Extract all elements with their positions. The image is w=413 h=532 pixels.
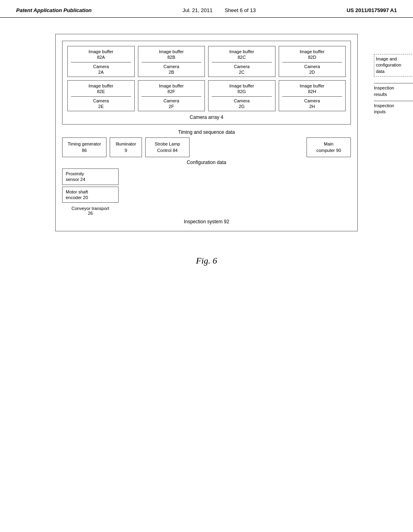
inspection-results-label: Inspectionresults — [374, 83, 413, 99]
proximity-sensor-box: Proximitysensor 24 — [62, 168, 119, 185]
buffer-label-82h: Image buffer82H — [282, 83, 342, 95]
camera-unit-82g: Image buffer82G Camera2G — [208, 80, 275, 111]
system-label: Inspection system 92 — [62, 219, 351, 224]
inspection-inputs-label: Inspectioninputs — [374, 101, 413, 117]
camera-label-2e: Camera2E — [71, 96, 131, 110]
spacer — [193, 137, 303, 157]
right-side-labels: Image andconfigurationdata Inspectionres… — [374, 54, 413, 117]
buffer-label-82e: Image buffer82E — [71, 83, 131, 95]
camera-label-2f: Camera2F — [142, 96, 202, 110]
camera-unit-82e: Image buffer82E Camera2E — [67, 80, 135, 111]
page-content: Image buffer82A Camera2A Image buffer82B… — [0, 18, 413, 278]
camera-unit-82f: Image buffer82F Camera2F — [138, 80, 205, 111]
camera-array-box: Image buffer82A Camera2A Image buffer82B… — [62, 41, 351, 125]
buffer-label-82c: Image buffer82C — [212, 49, 272, 60]
camera-unit-82d: Image buffer82D Camera2D — [279, 46, 346, 77]
camera-label-2a: Camera2A — [71, 62, 131, 75]
img-config-label: Image andconfigurationdata — [374, 54, 413, 77]
camera-unit-82h: Image buffer82H Camera2H — [279, 80, 346, 111]
diagram-container: Image buffer82A Camera2A Image buffer82B… — [55, 34, 358, 231]
bottom-components: Proximitysensor 24 Motor shaftencoder 20… — [62, 168, 119, 216]
sheet-info: Sheet 6 of 13 — [225, 7, 256, 13]
patent-number: US 2011/0175997 A1 — [346, 7, 397, 13]
camera-unit-82b: Image buffer82B Camera2B — [138, 46, 205, 77]
camera-unit-82a: Image buffer82A Camera2A — [67, 46, 135, 77]
camera-array-label: Camera array 4 — [67, 114, 346, 122]
conveyor-label: Conveyor transport26 — [62, 206, 119, 216]
buffer-label-82d: Image buffer82D — [282, 49, 342, 60]
buffer-label-82f: Image buffer82F — [142, 83, 202, 95]
camera-label-2c: Camera2C — [212, 62, 272, 75]
illuminator-box: Illuminator9 — [110, 137, 142, 157]
camera-label-2g: Camera2G — [212, 96, 272, 110]
camera-label-2h: Camera2H — [282, 96, 342, 110]
system-box: Image buffer82A Camera2A Image buffer82B… — [55, 34, 358, 231]
config-label: Configuration data — [62, 160, 351, 165]
motor-shaft-box: Motor shaftencoder 20 — [62, 187, 119, 203]
publication-date: Jul. 21, 2011 — [182, 7, 212, 13]
buffer-label-82a: Image buffer82A — [71, 49, 131, 60]
component-row: Timing generator86 Illuminator9 Strobe L… — [62, 137, 351, 157]
buffer-label-82b: Image buffer82B — [142, 49, 202, 60]
camera-row-2: Image buffer82E Camera2E Image buffer82F… — [67, 80, 346, 111]
camera-label-2d: Camera2D — [282, 62, 342, 75]
buffer-label-82g: Image buffer82G — [212, 83, 272, 95]
fig-caption: Fig. 6 — [196, 256, 217, 266]
camera-row-1: Image buffer82A Camera2A Image buffer82B… — [67, 46, 346, 77]
camera-label-2b: Camera2B — [142, 62, 202, 75]
strobe-lamp-box: Strobe LampControl 84 — [145, 137, 190, 157]
timing-generator-box: Timing generator86 — [62, 137, 106, 157]
timing-label: Timing and sequence data — [62, 129, 351, 135]
header-center: Jul. 21, 2011 Sheet 6 of 13 — [182, 7, 256, 13]
camera-unit-82c: Image buffer82C Camera2C — [208, 46, 275, 77]
main-computer-box: Maincomputer 90 — [307, 137, 351, 157]
publication-label: Patent Application Publication — [16, 7, 92, 13]
page-header: Patent Application Publication Jul. 21, … — [0, 0, 413, 18]
